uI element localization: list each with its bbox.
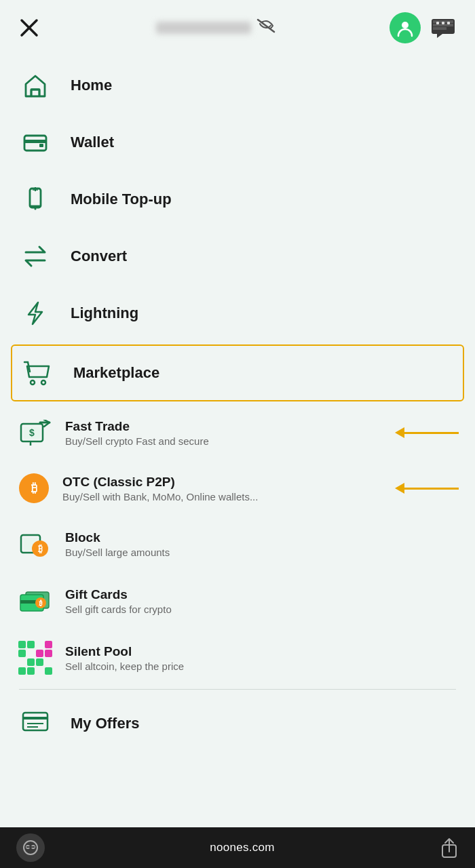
marketplace-label: Marketplace (73, 364, 159, 382)
eye-slash-icon (256, 18, 276, 37)
silent-pool-desc: Sell altcoin, keep the price (65, 660, 184, 672)
svg-point-2 (402, 22, 408, 28)
header-right (390, 12, 459, 43)
svg-rect-37 (23, 717, 48, 719)
svg-rect-10 (447, 22, 450, 24)
convert-label: Convert (71, 248, 127, 265)
svg-point-21 (31, 380, 35, 384)
lightning-icon (19, 297, 52, 330)
svg-text:₿: ₿ (38, 543, 43, 554)
sub-item-silent-pool[interactable]: Silent Pool Sell altcoin, keep the price (0, 629, 475, 686)
block-desc: Buy/Sell large amounts (65, 547, 170, 558)
silent-pool-text: Silent Pool Sell altcoin, keep the price (65, 644, 184, 672)
sub-item-block[interactable]: ₿ Block Buy/Sell large amounts (0, 515, 475, 572)
sub-item-otc[interactable]: ₿ OTC (Classic P2P) Buy/Sell with Bank, … (0, 461, 475, 515)
fast-trade-arrow (395, 427, 459, 438)
website-label: noones.com (210, 841, 275, 854)
header-left (16, 15, 42, 41)
mobile-topup-icon (19, 183, 52, 216)
svg-rect-43 (26, 846, 35, 848)
sidebar-item-home[interactable]: Home (0, 57, 475, 114)
block-text: Block Buy/Sell large amounts (65, 530, 170, 558)
svg-text:₿: ₿ (31, 481, 37, 495)
svg-text:$: $ (29, 427, 35, 438)
otc-arrow (395, 483, 459, 494)
share-button[interactable] (440, 837, 459, 859)
chat-button[interactable] (428, 12, 459, 43)
silent-pool-title: Silent Pool (65, 644, 184, 659)
otc-title: OTC (Classic P2P) (62, 475, 258, 490)
svg-rect-6 (433, 27, 446, 30)
home-icon (19, 69, 52, 102)
sub-item-fast-trade[interactable]: $ Fast Trade Buy/Sell crypto Fast and se… (0, 404, 475, 461)
header-center (42, 18, 390, 37)
otc-desc: Buy/Sell with Bank, MoMo, Online wallets… (62, 491, 258, 502)
svg-text:₿: ₿ (39, 599, 43, 607)
my-offers-label: My Offers (71, 715, 139, 732)
marketplace-sub-items: $ Fast Trade Buy/Sell crypto Fast and se… (0, 404, 475, 686)
divider (19, 689, 456, 690)
gift-cards-icon: ₿ (19, 585, 52, 617)
header (0, 0, 475, 52)
fast-trade-desc: Buy/Sell crypto Fast and secure (65, 435, 209, 447)
bottom-bar: noones.com (0, 827, 475, 868)
blurred-account-text (156, 22, 251, 34)
svg-marker-7 (437, 34, 442, 38)
btc-icon: ₿ (19, 473, 49, 503)
fast-trade-icon: $ (19, 416, 52, 449)
svg-rect-14 (39, 144, 43, 147)
sidebar-item-my-offers[interactable]: My Offers (0, 692, 475, 755)
fast-trade-title: Fast Trade (65, 419, 209, 434)
sub-item-gift-cards[interactable]: ₿ Gift Cards Sell gift cards for crypto (0, 572, 475, 629)
svg-point-22 (41, 380, 45, 384)
spy-icon[interactable] (16, 833, 45, 862)
gift-cards-text: Gift Cards Sell gift cards for crypto (65, 587, 172, 615)
gift-cards-title: Gift Cards (65, 587, 172, 602)
svg-rect-9 (442, 22, 444, 24)
svg-rect-15 (30, 189, 41, 208)
wallet-label: Wallet (71, 134, 114, 151)
svg-rect-13 (24, 140, 46, 143)
sidebar-item-wallet[interactable]: Wallet (0, 114, 475, 171)
avatar-button[interactable] (390, 12, 421, 43)
wallet-icon (19, 126, 52, 159)
lightning-label: Lightning (71, 304, 138, 322)
svg-rect-36 (23, 713, 48, 730)
close-button[interactable] (16, 15, 42, 41)
fast-trade-text: Fast Trade Buy/Sell crypto Fast and secu… (65, 419, 209, 447)
otc-text: OTC (Classic P2P) Buy/Sell with Bank, Mo… (62, 475, 258, 502)
nav-list: Home Wallet Mobile Top-up (0, 52, 475, 827)
svg-rect-8 (436, 22, 439, 24)
sidebar-item-mobile-topup[interactable]: Mobile Top-up (0, 171, 475, 228)
convert-icon (19, 240, 52, 273)
sidebar-item-marketplace[interactable]: Marketplace (11, 344, 464, 401)
sidebar-item-lightning[interactable]: Lightning (0, 285, 475, 342)
block-title: Block (65, 530, 170, 545)
mobile-topup-label: Mobile Top-up (71, 191, 172, 208)
sidebar-item-convert[interactable]: Convert (0, 228, 475, 285)
svg-rect-11 (31, 90, 39, 96)
marketplace-icon (22, 357, 54, 389)
svg-point-17 (35, 208, 37, 210)
home-label: Home (71, 77, 112, 94)
gift-cards-desc: Sell gift cards for crypto (65, 604, 172, 615)
block-icon: ₿ (19, 528, 52, 560)
silent-pool-icon (19, 642, 52, 674)
my-offers-icon (19, 707, 52, 740)
